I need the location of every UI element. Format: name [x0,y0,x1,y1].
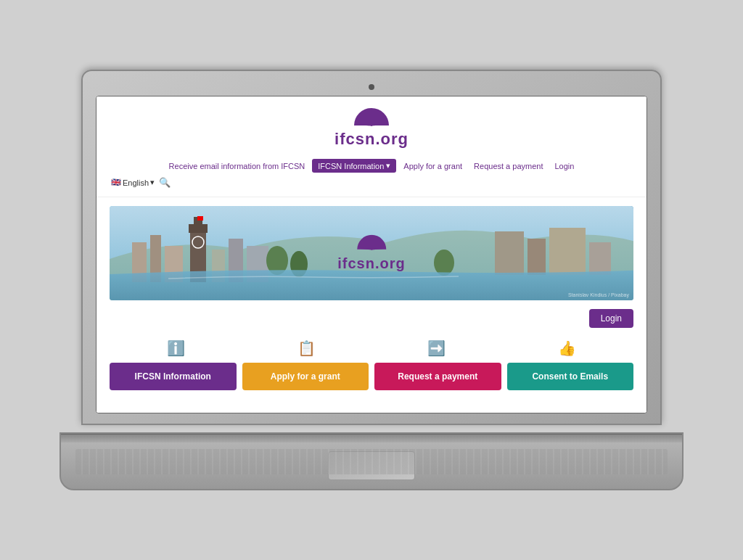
language-selector[interactable]: 🇬🇧 English ▾ [111,178,155,187]
laptop-hinge [61,434,682,442]
sub-nav: 🇬🇧 English ▾ 🔍 [111,176,632,191]
hero-banner: ifcsn.org Stanislav Kindius / Pixabay [110,206,633,300]
request-payment-button[interactable]: Request a payment [374,363,501,390]
nav-login[interactable]: Login [550,160,578,172]
svg-point-30 [434,250,454,276]
hero-site-title: ifcsn.org [337,255,405,272]
ifcsn-info-button[interactable]: IFCSN Information [110,363,237,390]
svg-rect-26 [549,228,586,275]
hero-logo-overlay: ifcsn.org [337,235,405,272]
flag-icon: 🇬🇧 [111,178,121,187]
nav-bar: Receive email information from IFCSN IFC… [111,155,632,176]
chevron-down-icon: ▾ [386,161,390,170]
site-header: ifcsn.org Receive email information from… [97,96,646,197]
chevron-down-icon: ▾ [150,178,155,187]
grant-icon-cell: 📋 [242,339,372,357]
svg-rect-31 [197,216,203,221]
nav-request-payment[interactable]: Request a payment [469,160,547,172]
hero-background: ifcsn.org Stanislav Kindius / Pixabay [110,206,633,300]
site-logo-area: ifcsn.org [111,108,632,149]
laptop-camera [369,84,374,90]
thumbsup-icon: 👍 [558,340,576,356]
login-button[interactable]: Login [589,309,633,328]
photo-credit: Stanislav Kindius / Pixabay [568,292,629,297]
payment-icon: ➡️ [427,340,446,356]
nav-email-info[interactable]: Receive email information from IFCSN [165,160,310,172]
consent-emails-button[interactable]: Consent to Emails [507,363,634,390]
nav-ifcsn-info-dropdown[interactable]: IFCSN Information ▾ [312,159,396,173]
svg-rect-25 [528,239,546,275]
action-grid: IFCSN Information Apply for a grant Requ… [97,360,646,402]
apply-grant-button[interactable]: Apply for a grant [242,363,369,390]
info-icon-cell: ℹ️ [111,339,242,357]
laptop-screen: ifcsn.org Receive email information from… [96,96,647,413]
svg-rect-24 [495,231,524,275]
website-content: ifcsn.org Receive email information from… [97,96,646,413]
laptop-shell: ifcsn.org Receive email information from… [59,70,684,490]
svg-rect-27 [589,242,611,275]
laptop-bezel: ifcsn.org Receive email information from… [81,70,662,425]
email-icon-cell: 👍 [502,339,633,357]
login-btn-area: Login [97,309,646,334]
icon-row: ℹ️ 📋 ➡️ 👍 [97,334,646,360]
laptop-keyboard [75,449,668,474]
laptop-base [59,432,684,490]
hero-sunburst-icon [353,235,390,252]
info-icon: ℹ️ [167,340,185,356]
grant-icon: 📋 [297,340,316,356]
logo-sunburst-icon [350,108,393,128]
payment-icon-cell: ➡️ [372,339,502,357]
site-title: ifcsn.org [111,130,632,149]
nav-apply-grant[interactable]: Apply for a grant [399,160,467,172]
search-icon[interactable]: 🔍 [159,177,171,188]
